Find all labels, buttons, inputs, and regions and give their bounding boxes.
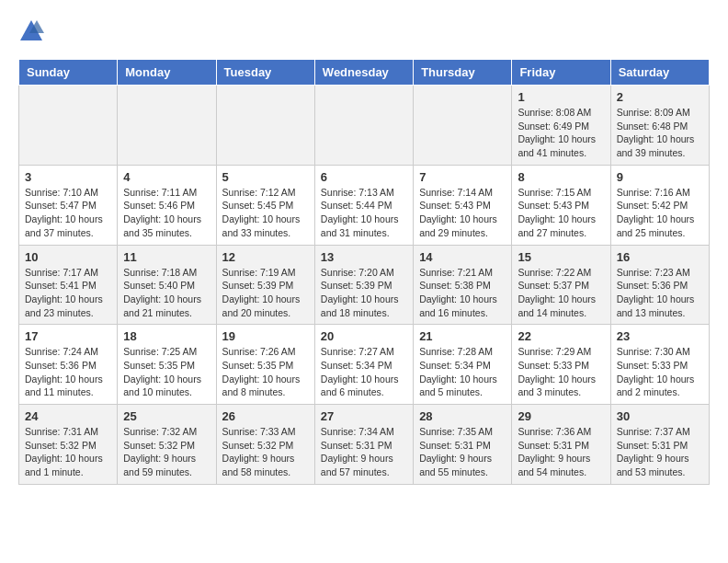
day-info: Sunrise: 7:29 AMSunset: 5:33 PMDaylight:…	[518, 345, 604, 399]
day-info: Sunrise: 7:27 AMSunset: 5:34 PMDaylight:…	[321, 345, 407, 399]
calendar-cell: 17Sunrise: 7:24 AMSunset: 5:36 PMDayligh…	[19, 325, 118, 405]
calendar-cell: 29Sunrise: 7:36 AMSunset: 5:31 PMDayligh…	[512, 405, 610, 485]
day-number: 20	[321, 329, 407, 343]
calendar-cell: 14Sunrise: 7:21 AMSunset: 5:38 PMDayligh…	[414, 245, 512, 325]
calendar-day-header: Monday	[118, 60, 216, 86]
day-info: Sunrise: 7:33 AMSunset: 5:32 PMDaylight:…	[222, 425, 309, 479]
day-info: Sunrise: 7:17 AMSunset: 5:41 PMDaylight:…	[25, 266, 111, 320]
calendar-cell: 15Sunrise: 7:22 AMSunset: 5:37 PMDayligh…	[512, 245, 610, 325]
calendar-cell	[216, 86, 314, 166]
day-info: Sunrise: 7:19 AMSunset: 5:39 PMDaylight:…	[222, 266, 309, 320]
day-info: Sunrise: 7:21 AMSunset: 5:38 PMDaylight:…	[419, 266, 506, 320]
day-number: 30	[617, 409, 703, 423]
calendar-cell: 10Sunrise: 7:17 AMSunset: 5:41 PMDayligh…	[19, 245, 118, 325]
day-number: 4	[123, 170, 210, 184]
calendar-cell: 7Sunrise: 7:14 AMSunset: 5:43 PMDaylight…	[414, 165, 512, 245]
calendar-cell	[314, 86, 413, 166]
day-number: 6	[321, 170, 407, 184]
calendar-week-row: 3Sunrise: 7:10 AMSunset: 5:47 PMDaylight…	[19, 165, 710, 245]
day-info: Sunrise: 7:20 AMSunset: 5:39 PMDaylight:…	[321, 266, 407, 320]
calendar-week-row: 1Sunrise: 8:08 AMSunset: 6:49 PMDaylight…	[19, 86, 710, 166]
page-header	[18, 18, 710, 44]
day-info: Sunrise: 7:31 AMSunset: 5:32 PMDaylight:…	[25, 425, 111, 479]
calendar-week-row: 24Sunrise: 7:31 AMSunset: 5:32 PMDayligh…	[19, 405, 710, 485]
calendar-cell: 20Sunrise: 7:27 AMSunset: 5:34 PMDayligh…	[314, 325, 413, 405]
day-info: Sunrise: 7:26 AMSunset: 5:35 PMDaylight:…	[222, 345, 309, 399]
calendar-cell: 28Sunrise: 7:35 AMSunset: 5:31 PMDayligh…	[414, 405, 512, 485]
day-number: 15	[518, 250, 604, 264]
calendar-cell	[414, 86, 512, 166]
logo	[18, 18, 48, 44]
calendar-cell: 18Sunrise: 7:25 AMSunset: 5:35 PMDayligh…	[118, 325, 216, 405]
day-number: 2	[617, 90, 703, 104]
calendar-cell: 13Sunrise: 7:20 AMSunset: 5:39 PMDayligh…	[314, 245, 413, 325]
day-info: Sunrise: 7:10 AMSunset: 5:47 PMDaylight:…	[25, 186, 111, 240]
calendar-cell: 6Sunrise: 7:13 AMSunset: 5:44 PMDaylight…	[314, 165, 413, 245]
day-info: Sunrise: 7:36 AMSunset: 5:31 PMDaylight:…	[518, 425, 604, 479]
day-info: Sunrise: 8:09 AMSunset: 6:48 PMDaylight:…	[617, 106, 703, 160]
calendar-day-header: Wednesday	[314, 60, 413, 86]
calendar-cell: 24Sunrise: 7:31 AMSunset: 5:32 PMDayligh…	[19, 405, 118, 485]
calendar-cell: 21Sunrise: 7:28 AMSunset: 5:34 PMDayligh…	[414, 325, 512, 405]
day-info: Sunrise: 7:13 AMSunset: 5:44 PMDaylight:…	[321, 186, 407, 240]
calendar-cell: 11Sunrise: 7:18 AMSunset: 5:40 PMDayligh…	[118, 245, 216, 325]
calendar-cell: 5Sunrise: 7:12 AMSunset: 5:45 PMDaylight…	[216, 165, 314, 245]
day-number: 18	[123, 329, 210, 343]
day-number: 29	[518, 409, 604, 423]
day-number: 5	[222, 170, 309, 184]
calendar-cell: 22Sunrise: 7:29 AMSunset: 5:33 PMDayligh…	[512, 325, 610, 405]
day-number: 3	[25, 170, 111, 184]
calendar-cell: 4Sunrise: 7:11 AMSunset: 5:46 PMDaylight…	[118, 165, 216, 245]
day-number: 24	[25, 409, 111, 423]
day-info: Sunrise: 7:18 AMSunset: 5:40 PMDaylight:…	[123, 266, 210, 320]
day-number: 16	[617, 250, 703, 264]
day-info: Sunrise: 7:35 AMSunset: 5:31 PMDaylight:…	[419, 425, 506, 479]
day-number: 17	[25, 329, 111, 343]
day-number: 11	[123, 250, 210, 264]
day-number: 7	[419, 170, 506, 184]
calendar-cell: 1Sunrise: 8:08 AMSunset: 6:49 PMDaylight…	[512, 86, 610, 166]
calendar-cell: 26Sunrise: 7:33 AMSunset: 5:32 PMDayligh…	[216, 405, 314, 485]
day-info: Sunrise: 7:24 AMSunset: 5:36 PMDaylight:…	[25, 345, 111, 399]
day-number: 19	[222, 329, 309, 343]
day-number: 28	[419, 409, 506, 423]
day-number: 12	[222, 250, 309, 264]
calendar-week-row: 17Sunrise: 7:24 AMSunset: 5:36 PMDayligh…	[19, 325, 710, 405]
calendar-cell: 12Sunrise: 7:19 AMSunset: 5:39 PMDayligh…	[216, 245, 314, 325]
day-info: Sunrise: 7:30 AMSunset: 5:33 PMDaylight:…	[617, 345, 703, 399]
day-number: 8	[518, 170, 604, 184]
calendar-cell: 30Sunrise: 7:37 AMSunset: 5:31 PMDayligh…	[610, 405, 709, 485]
calendar-day-header: Friday	[512, 60, 610, 86]
day-info: Sunrise: 7:22 AMSunset: 5:37 PMDaylight:…	[518, 266, 604, 320]
calendar-day-header: Tuesday	[216, 60, 314, 86]
day-info: Sunrise: 7:11 AMSunset: 5:46 PMDaylight:…	[123, 186, 210, 240]
logo-icon	[18, 18, 44, 44]
day-info: Sunrise: 7:32 AMSunset: 5:32 PMDaylight:…	[123, 425, 210, 479]
day-info: Sunrise: 7:34 AMSunset: 5:31 PMDaylight:…	[321, 425, 407, 479]
day-number: 9	[617, 170, 703, 184]
calendar-day-header: Saturday	[610, 60, 709, 86]
day-info: Sunrise: 7:37 AMSunset: 5:31 PMDaylight:…	[617, 425, 703, 479]
day-info: Sunrise: 8:08 AMSunset: 6:49 PMDaylight:…	[518, 106, 604, 160]
day-number: 26	[222, 409, 309, 423]
day-info: Sunrise: 7:16 AMSunset: 5:42 PMDaylight:…	[617, 186, 703, 240]
calendar-cell: 23Sunrise: 7:30 AMSunset: 5:33 PMDayligh…	[610, 325, 709, 405]
day-number: 25	[123, 409, 210, 423]
calendar-cell	[118, 86, 216, 166]
day-info: Sunrise: 7:23 AMSunset: 5:36 PMDaylight:…	[617, 266, 703, 320]
day-info: Sunrise: 7:28 AMSunset: 5:34 PMDaylight:…	[419, 345, 506, 399]
day-number: 10	[25, 250, 111, 264]
calendar-cell: 3Sunrise: 7:10 AMSunset: 5:47 PMDaylight…	[19, 165, 118, 245]
calendar-cell: 19Sunrise: 7:26 AMSunset: 5:35 PMDayligh…	[216, 325, 314, 405]
day-number: 1	[518, 90, 604, 104]
calendar-week-row: 10Sunrise: 7:17 AMSunset: 5:41 PMDayligh…	[19, 245, 710, 325]
calendar-header-row: SundayMondayTuesdayWednesdayThursdayFrid…	[19, 60, 710, 86]
day-info: Sunrise: 7:14 AMSunset: 5:43 PMDaylight:…	[419, 186, 506, 240]
day-info: Sunrise: 7:25 AMSunset: 5:35 PMDaylight:…	[123, 345, 210, 399]
day-number: 21	[419, 329, 506, 343]
day-info: Sunrise: 7:15 AMSunset: 5:43 PMDaylight:…	[518, 186, 604, 240]
calendar-day-header: Sunday	[19, 60, 118, 86]
calendar-cell	[19, 86, 118, 166]
day-number: 23	[617, 329, 703, 343]
day-number: 14	[419, 250, 506, 264]
